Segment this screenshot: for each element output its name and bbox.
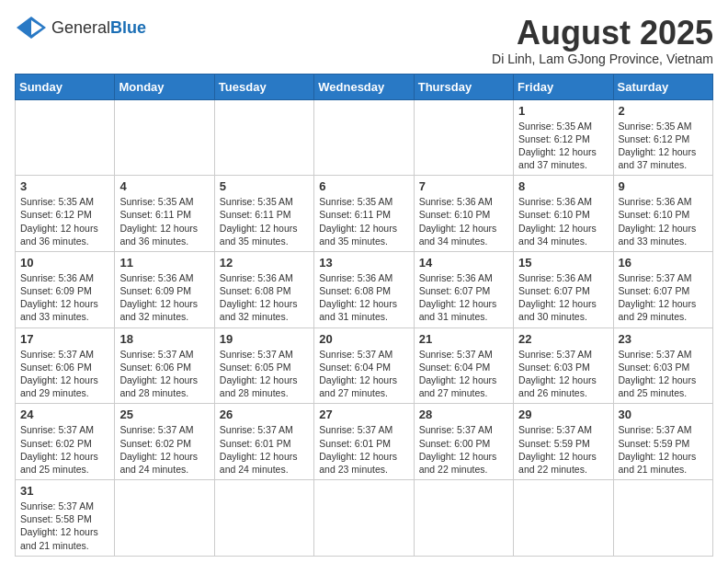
logo-general: General	[51, 18, 110, 37]
day-of-week-header: Tuesday	[214, 74, 313, 99]
day-info: Sunrise: 5:36 AMSunset: 6:08 PMDaylight:…	[319, 271, 408, 324]
calendar-day-cell: 30Sunrise: 5:37 AMSunset: 5:59 PMDayligh…	[613, 404, 712, 480]
day-info: Sunrise: 5:36 AMSunset: 6:09 PMDaylight:…	[119, 271, 209, 324]
day-info: Sunrise: 5:37 AMSunset: 6:03 PMDaylight:…	[619, 348, 708, 400]
day-number: 1	[518, 104, 608, 118]
day-info: Sunrise: 5:35 AMSunset: 6:11 PMDaylight:…	[119, 195, 209, 247]
calendar-day-cell	[314, 480, 414, 557]
calendar-day-cell: 23Sunrise: 5:37 AMSunset: 6:03 PMDayligh…	[613, 327, 712, 404]
calendar-week-row: 1Sunrise: 5:35 AMSunset: 6:12 PMDaylight…	[16, 99, 713, 176]
calendar-week-row: 24Sunrise: 5:37 AMSunset: 6:02 PMDayligh…	[16, 404, 713, 480]
day-number: 5	[220, 179, 309, 193]
calendar-day-cell: 21Sunrise: 5:37 AMSunset: 6:04 PMDayligh…	[414, 327, 513, 404]
calendar-day-cell: 9Sunrise: 5:36 AMSunset: 6:10 PMDaylight…	[613, 176, 712, 252]
day-number: 27	[319, 408, 408, 421]
calendar-day-cell: 26Sunrise: 5:37 AMSunset: 6:01 PMDayligh…	[214, 404, 313, 480]
calendar-day-cell: 29Sunrise: 5:37 AMSunset: 5:59 PMDayligh…	[514, 404, 613, 480]
day-info: Sunrise: 5:37 AMSunset: 6:07 PMDaylight:…	[619, 271, 708, 324]
calendar-day-cell: 12Sunrise: 5:36 AMSunset: 6:08 PMDayligh…	[214, 251, 313, 327]
day-info: Sunrise: 5:37 AMSunset: 6:01 PMDaylight:…	[319, 423, 408, 476]
calendar-header-row: SundayMondayTuesdayWednesdayThursdayFrid…	[16, 74, 713, 99]
calendar-day-cell: 11Sunrise: 5:36 AMSunset: 6:09 PMDayligh…	[115, 251, 214, 327]
calendar-day-cell: 31Sunrise: 5:37 AMSunset: 5:58 PMDayligh…	[16, 480, 115, 557]
day-info: Sunrise: 5:36 AMSunset: 6:09 PMDaylight:…	[20, 271, 109, 324]
logo-text: GeneralBlue	[51, 19, 146, 36]
day-number: 3	[20, 179, 109, 193]
day-info: Sunrise: 5:37 AMSunset: 5:58 PMDaylight:…	[20, 500, 109, 552]
logo-blue: Blue	[110, 18, 146, 37]
calendar-day-cell: 17Sunrise: 5:37 AMSunset: 6:06 PMDayligh…	[16, 327, 115, 404]
calendar-day-cell: 16Sunrise: 5:37 AMSunset: 6:07 PMDayligh…	[613, 251, 712, 327]
day-number: 31	[20, 484, 109, 498]
calendar-day-cell	[115, 99, 214, 176]
day-info: Sunrise: 5:37 AMSunset: 6:04 PMDaylight:…	[319, 348, 408, 400]
day-number: 19	[220, 332, 309, 346]
day-info: Sunrise: 5:35 AMSunset: 6:12 PMDaylight:…	[20, 195, 109, 247]
location-title: Di Linh, Lam GJong Province, Vietnam	[492, 52, 713, 66]
calendar-day-cell	[314, 99, 414, 176]
calendar-day-cell	[214, 480, 313, 557]
calendar-day-cell	[514, 480, 613, 557]
day-info: Sunrise: 5:37 AMSunset: 6:06 PMDaylight:…	[119, 348, 209, 400]
calendar-day-cell: 4Sunrise: 5:35 AMSunset: 6:11 PMDaylight…	[115, 176, 214, 252]
day-of-week-header: Sunday	[16, 74, 115, 99]
calendar-day-cell	[115, 480, 214, 557]
day-number: 29	[518, 408, 608, 421]
day-info: Sunrise: 5:37 AMSunset: 5:59 PMDaylight:…	[518, 423, 608, 476]
day-info: Sunrise: 5:35 AMSunset: 6:11 PMDaylight:…	[319, 195, 408, 247]
day-info: Sunrise: 5:37 AMSunset: 6:03 PMDaylight:…	[518, 348, 608, 400]
day-number: 16	[619, 256, 708, 270]
day-number: 26	[220, 408, 309, 421]
calendar-day-cell	[414, 99, 513, 176]
calendar-day-cell	[414, 480, 513, 557]
day-number: 2	[619, 104, 708, 118]
calendar-day-cell	[613, 480, 712, 557]
day-info: Sunrise: 5:36 AMSunset: 6:10 PMDaylight:…	[619, 195, 708, 247]
day-info: Sunrise: 5:35 AMSunset: 6:12 PMDaylight:…	[619, 120, 708, 172]
calendar-day-cell: 13Sunrise: 5:36 AMSunset: 6:08 PMDayligh…	[314, 251, 414, 327]
day-info: Sunrise: 5:36 AMSunset: 6:10 PMDaylight:…	[518, 195, 608, 247]
day-info: Sunrise: 5:35 AMSunset: 6:12 PMDaylight:…	[518, 120, 608, 172]
calendar: SundayMondayTuesdayWednesdayThursdayFrid…	[15, 74, 713, 557]
calendar-day-cell: 18Sunrise: 5:37 AMSunset: 6:06 PMDayligh…	[115, 327, 214, 404]
day-info: Sunrise: 5:37 AMSunset: 6:02 PMDaylight:…	[20, 423, 109, 476]
logo: GeneralBlue	[15, 15, 146, 40]
day-of-week-header: Monday	[115, 74, 214, 99]
day-info: Sunrise: 5:36 AMSunset: 6:07 PMDaylight:…	[518, 271, 608, 324]
title-area: August 2025 Di Linh, Lam GJong Province,…	[492, 15, 713, 66]
calendar-day-cell: 20Sunrise: 5:37 AMSunset: 6:04 PMDayligh…	[314, 327, 414, 404]
day-number: 15	[518, 256, 608, 270]
calendar-week-row: 10Sunrise: 5:36 AMSunset: 6:09 PMDayligh…	[16, 251, 713, 327]
calendar-week-row: 17Sunrise: 5:37 AMSunset: 6:06 PMDayligh…	[16, 327, 713, 404]
calendar-day-cell: 8Sunrise: 5:36 AMSunset: 6:10 PMDaylight…	[514, 176, 613, 252]
day-number: 20	[319, 332, 408, 346]
calendar-day-cell: 7Sunrise: 5:36 AMSunset: 6:10 PMDaylight…	[414, 176, 513, 252]
day-number: 7	[419, 179, 508, 193]
calendar-day-cell: 15Sunrise: 5:36 AMSunset: 6:07 PMDayligh…	[514, 251, 613, 327]
calendar-day-cell: 19Sunrise: 5:37 AMSunset: 6:05 PMDayligh…	[214, 327, 313, 404]
day-number: 14	[419, 256, 508, 270]
day-of-week-header: Saturday	[613, 74, 712, 99]
calendar-day-cell: 1Sunrise: 5:35 AMSunset: 6:12 PMDaylight…	[514, 99, 613, 176]
day-of-week-header: Friday	[514, 74, 613, 99]
day-info: Sunrise: 5:35 AMSunset: 6:11 PMDaylight:…	[220, 195, 309, 247]
day-info: Sunrise: 5:36 AMSunset: 6:10 PMDaylight:…	[419, 195, 508, 247]
calendar-day-cell: 2Sunrise: 5:35 AMSunset: 6:12 PMDaylight…	[613, 99, 712, 176]
day-info: Sunrise: 5:37 AMSunset: 6:02 PMDaylight:…	[119, 423, 209, 476]
calendar-day-cell: 3Sunrise: 5:35 AMSunset: 6:12 PMDaylight…	[16, 176, 115, 252]
day-info: Sunrise: 5:37 AMSunset: 6:05 PMDaylight:…	[220, 348, 309, 400]
calendar-day-cell: 10Sunrise: 5:36 AMSunset: 6:09 PMDayligh…	[16, 251, 115, 327]
calendar-day-cell: 27Sunrise: 5:37 AMSunset: 6:01 PMDayligh…	[314, 404, 414, 480]
calendar-day-cell: 28Sunrise: 5:37 AMSunset: 6:00 PMDayligh…	[414, 404, 513, 480]
day-number: 28	[419, 408, 508, 421]
calendar-day-cell: 5Sunrise: 5:35 AMSunset: 6:11 PMDaylight…	[214, 176, 313, 252]
day-info: Sunrise: 5:37 AMSunset: 6:01 PMDaylight:…	[220, 423, 309, 476]
day-number: 13	[319, 256, 408, 270]
day-info: Sunrise: 5:37 AMSunset: 6:00 PMDaylight:…	[419, 423, 508, 476]
day-number: 4	[119, 179, 209, 193]
day-info: Sunrise: 5:37 AMSunset: 5:59 PMDaylight:…	[619, 423, 708, 476]
calendar-day-cell: 14Sunrise: 5:36 AMSunset: 6:07 PMDayligh…	[414, 251, 513, 327]
calendar-day-cell: 6Sunrise: 5:35 AMSunset: 6:11 PMDaylight…	[314, 176, 414, 252]
header: GeneralBlue August 2025 Di Linh, Lam GJo…	[15, 15, 713, 66]
day-number: 25	[119, 408, 209, 421]
